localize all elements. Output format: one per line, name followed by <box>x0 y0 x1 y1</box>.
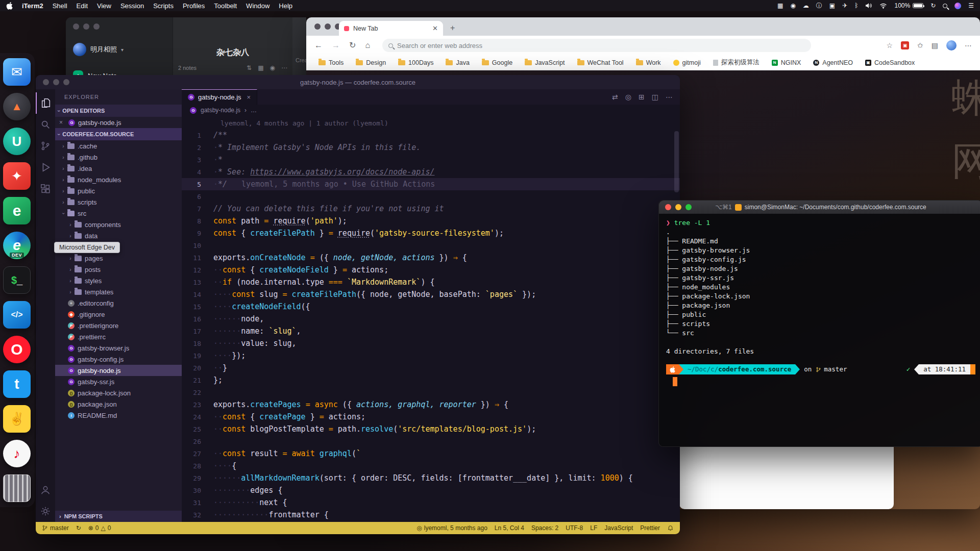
settings-icon[interactable] <box>36 500 55 522</box>
extension-icon[interactable]: ▣ <box>901 41 909 49</box>
bookmark-nginx[interactable]: NNGINX <box>772 59 801 66</box>
edge-dev-icon[interactable]: eDEV <box>3 232 31 259</box>
siri-icon[interactable] <box>954 3 961 9</box>
tree-item-cache[interactable]: ›.cache <box>55 140 182 152</box>
vscode-title-bar[interactable]: gatsby-node.js — coderfee.com.source <box>36 75 680 89</box>
tree-item-templates[interactable]: ›templates <box>55 286 182 297</box>
bookmark-design[interactable]: Design <box>356 59 386 66</box>
language-mode[interactable]: JavaScript <box>604 524 633 532</box>
tree-item-idea[interactable]: ›.idea <box>55 163 182 174</box>
layout-icon[interactable]: ⊞ <box>639 93 645 101</box>
code-line-20[interactable]: 20··} <box>182 362 680 374</box>
code-line-1[interactable]: 1/** <box>182 129 680 141</box>
code-line-23[interactable]: 23exports.createPages = async ({ actions… <box>182 398 680 411</box>
code-line-17[interactable]: 17······name: `slug`, <box>182 325 680 337</box>
bookmark-tools[interactable]: Tools <box>318 59 344 66</box>
bookmark-codesandbox[interactable]: ▣CodeSandbox <box>865 59 915 66</box>
browser-more-icon[interactable]: ⋯ <box>965 41 972 49</box>
address-bar[interactable] <box>382 39 811 52</box>
tree-item-prettierrc[interactable]: P.prettierrc <box>55 331 182 342</box>
line-number[interactable]: 28 <box>182 462 213 470</box>
line-number[interactable]: 17 <box>182 328 213 335</box>
forward-icon[interactable]: → <box>332 41 340 49</box>
tree-item-scripts[interactable]: ›scripts <box>55 196 182 208</box>
code-line-26[interactable]: 26 <box>182 435 680 447</box>
bookmark-gitmoji[interactable]: gitmoji <box>673 59 701 66</box>
tree-item-readme-md[interactable]: iREADME.md <box>55 410 182 421</box>
send-icon[interactable]: ✈ <box>842 3 847 9</box>
wifi-icon[interactable] <box>879 3 887 9</box>
battery-indicator[interactable]: 100% <box>894 2 923 9</box>
address-input[interactable] <box>397 42 703 49</box>
zoom-window-icon[interactable] <box>685 204 692 210</box>
extensions-icon[interactable] <box>36 178 55 199</box>
open-editors-section[interactable]: › OPEN EDITORS <box>55 105 182 117</box>
sync-icon[interactable]: ↻ <box>76 524 81 532</box>
code-line-4[interactable]: 4·* See: https://www.gatsbyjs.org/docs/n… <box>182 166 680 178</box>
bluetooth-icon[interactable]: ᛒ <box>854 3 858 9</box>
code-line-22[interactable]: 22 <box>182 386 680 398</box>
line-number[interactable]: 27 <box>182 450 213 458</box>
lock-icon[interactable]: ◉ <box>270 64 275 71</box>
line-number[interactable]: 14 <box>182 291 213 298</box>
notes-window-controls[interactable] <box>73 23 165 30</box>
tree-item-styles[interactable]: ›styles <box>55 275 182 286</box>
more-icon[interactable]: ⋯ <box>281 64 287 71</box>
tree-item-gatsby-ssr-js[interactable]: Ggatsby-ssr.js <box>55 376 182 387</box>
tree-item-data[interactable]: ›data <box>55 230 182 241</box>
source-control-icon[interactable] <box>36 135 55 157</box>
tree-item-editorconfig[interactable]: ≡.editorconfig <box>55 297 182 309</box>
red-app-icon[interactable]: ✦ <box>3 162 31 190</box>
line-number[interactable]: 26 <box>182 438 213 445</box>
workspaces-icon[interactable]: ▦ <box>777 3 783 9</box>
line-number[interactable]: 18 <box>182 340 213 347</box>
music-app-icon[interactable]: ♪ <box>3 440 31 467</box>
line-number[interactable]: 13 <box>182 279 213 286</box>
menu-edit[interactable]: Edit <box>77 2 88 10</box>
open-editor-item[interactable]: × G gatsby-node.js <box>55 117 182 128</box>
eol-setting[interactable]: LF <box>590 524 597 532</box>
code-editor[interactable]: lyemoml, 4 months ago | 1 author (lyemom… <box>182 116 680 522</box>
account-icon[interactable] <box>36 479 55 500</box>
problems-indicator[interactable]: ⊗0 △0 <box>88 524 111 532</box>
line-number[interactable]: 12 <box>182 266 213 274</box>
tree-item-package-lock-json[interactable]: {}package-lock.json <box>55 387 182 398</box>
menu-shell[interactable]: Shell <box>53 2 67 10</box>
bookmark-google[interactable]: Google <box>482 59 512 66</box>
screen-record-icon[interactable]: ◉ <box>790 3 795 9</box>
line-number[interactable]: 3 <box>182 156 213 164</box>
bookmark-agentneo[interactable]: NAgentNEO <box>813 59 853 66</box>
code-line-6[interactable]: 6 <box>182 190 680 203</box>
code-line-11[interactable]: 11exports.onCreateNode = ({ node, getNod… <box>182 252 680 264</box>
blame-status[interactable]: ◎ lyemoml, 5 months ago <box>416 524 487 532</box>
tree-item-gatsby-browser-js[interactable]: Ggatsby-browser.js <box>55 342 182 354</box>
code-line-18[interactable]: 18······value: slug, <box>182 337 680 349</box>
debug-icon[interactable] <box>36 157 55 178</box>
compare-icon[interactable]: ⇄ <box>612 93 618 101</box>
menu-profiles[interactable]: Profiles <box>183 2 205 10</box>
terminal-title-bar[interactable]: ⌥⌘1 simon@SimonMac: ~/Documents/com.gith… <box>659 201 980 214</box>
code-line-25[interactable]: 25··const blogPostTemplate = path.resolv… <box>182 423 680 435</box>
tree-item-prettierignore[interactable]: P.prettierignore <box>55 320 182 331</box>
code-line-8[interactable]: 8const path = require('path'); <box>182 215 680 227</box>
line-number[interactable]: 11 <box>182 254 213 262</box>
code-line-13[interactable]: 13··if (node.internal.type === `Markdown… <box>182 276 680 288</box>
code-line-30[interactable]: 30········edges { <box>182 484 680 496</box>
terminal-content[interactable]: ❯ tree -L 1 . ├── README.md├── gatsby-br… <box>659 214 980 446</box>
browser-window-controls[interactable] <box>314 23 341 30</box>
line-number[interactable]: 20 <box>182 364 213 372</box>
open-changes-icon[interactable]: ◎ <box>625 93 631 101</box>
code-line-24[interactable]: 24··const { createPage } = actions; <box>182 411 680 423</box>
sort-icon[interactable]: ⇅ <box>247 64 252 71</box>
browser-tab[interactable]: New Tab ✕ <box>339 21 443 36</box>
code-line-10[interactable]: 10 <box>182 239 680 252</box>
tree-item-components[interactable]: ›components <box>55 219 182 230</box>
menu-toolbelt[interactable]: Toolbelt <box>214 2 237 10</box>
menu-view[interactable]: View <box>97 2 111 10</box>
code-line-7[interactable]: 7// You can delete this file if you're n… <box>182 203 680 215</box>
code-line-19[interactable]: 19····}); <box>182 349 680 362</box>
line-number[interactable]: 10 <box>182 242 213 249</box>
bookmark-100days[interactable]: 100Days <box>398 59 433 66</box>
apple-menu[interactable] <box>6 2 13 10</box>
tree-item-src[interactable]: ›src <box>55 208 182 219</box>
